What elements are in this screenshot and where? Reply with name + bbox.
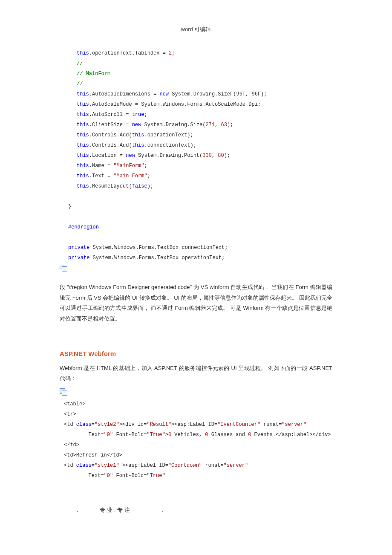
code-token: "server": [282, 422, 306, 428]
code-token: this: [77, 153, 89, 159]
footer-dot: .: [77, 507, 78, 513]
code-token: //: [77, 61, 83, 66]
code-token: new: [159, 91, 169, 97]
code-token: ;: [172, 50, 175, 56]
code-token: this: [77, 91, 89, 97]
code-token: .operationText);: [144, 132, 193, 138]
code-token: "EventCounter": [217, 422, 260, 428]
code-token: ,: [215, 122, 221, 128]
code-token: ;: [144, 163, 147, 169]
page-footer: .专业.专注.: [60, 506, 332, 514]
heading-aspnet-webform: ASP.NET Webform: [60, 350, 332, 357]
code-block-aspnet: <table> <tr> <td class="style2"><div id=…: [64, 399, 332, 481]
code-token: this: [77, 142, 89, 148]
code-token: #endregion: [68, 224, 99, 230]
code-token: <tr>: [64, 411, 76, 417]
code-token: Glasses and: [208, 432, 248, 438]
code-token: 271: [205, 122, 215, 128]
code-token: .AutoScaleMode = System.Windows.Forms.Au…: [89, 101, 261, 107]
code-token: <td: [64, 462, 76, 468]
code-token: this: [77, 112, 89, 118]
code-token: Text=: [64, 473, 104, 479]
code-token: "True": [147, 432, 165, 438]
code-token: =: [92, 422, 95, 428]
code-token: .operationText.TabIndex =: [89, 50, 169, 56]
code-token: .Location =: [89, 153, 126, 159]
code-token: <td: [64, 422, 76, 428]
code-token: "Main Form": [113, 173, 147, 179]
code-token: 80: [218, 153, 224, 159]
code-token: </td>: [64, 442, 79, 448]
code-token: );: [147, 183, 153, 189]
footer-text: 专业.专注: [100, 507, 132, 513]
code-token: System.Drawing.Size(: [141, 122, 205, 128]
code-token: System.Windows.Forms.TextBox operationTe…: [89, 255, 225, 261]
footer-dot: .: [161, 507, 163, 513]
code-token: this: [77, 101, 89, 107]
code-token: this: [77, 173, 89, 179]
code-token: }: [68, 204, 71, 210]
code-token: ><asp:Label ID=: [171, 422, 217, 428]
code-token: runat=: [260, 422, 282, 428]
code-token: "0": [104, 473, 113, 479]
code-token: );: [224, 153, 230, 159]
code-token: System.Windows.Forms.TextBox connectionT…: [89, 245, 228, 251]
code-token: this: [77, 132, 89, 138]
code-token: this: [77, 183, 89, 189]
code-token: false: [132, 183, 147, 189]
code-token: "style1": [95, 462, 119, 468]
paragraph-winform: 段 "#region Windows Form Designer generat…: [60, 282, 332, 324]
code-token: 0: [168, 432, 171, 438]
page-header: .word 可编辑.: [60, 26, 332, 36]
code-token: ;: [147, 173, 150, 179]
code-token: Font-Bold=: [113, 473, 147, 479]
code-token: class: [76, 462, 92, 468]
code-token: true: [132, 112, 144, 118]
code-token: .AutoScroll =: [89, 112, 132, 118]
code-token: 63: [221, 122, 227, 128]
code-token: >: [165, 432, 168, 438]
code-token: ><div id=: [119, 422, 147, 428]
code-token: .ClientSize =: [89, 122, 132, 128]
paragraph-webform-intro: Webform 是在 HTML 的基础上，加入 ASP.NET 的服务端控件元素…: [60, 363, 332, 384]
code-token: ,: [212, 153, 218, 159]
copy-icon[interactable]: [60, 388, 67, 395]
code-token: "0": [104, 432, 113, 438]
code-token: Events.</asp:Label></div>: [251, 432, 331, 438]
code-token: "server": [224, 462, 248, 468]
code-token: "True": [147, 473, 165, 479]
code-token: .ResumeLayout(: [89, 183, 132, 189]
code-token: private: [68, 255, 89, 261]
code-token: .Controls.Add(: [89, 132, 132, 138]
code-token: this: [132, 142, 144, 148]
code-token: 330: [202, 153, 212, 159]
code-token: .AutoScaleDimensions =: [89, 91, 160, 97]
code-token: Font-Bold=: [113, 432, 147, 438]
code-token: ><asp:Label ID=: [119, 462, 168, 468]
code-token: .Controls.Add(: [89, 142, 132, 148]
code-token: this: [132, 132, 144, 138]
copy-icon[interactable]: [60, 265, 67, 272]
code-token: "style2": [95, 422, 119, 428]
code-token: .Text =: [89, 173, 114, 179]
code-token: // MainForm: [77, 71, 110, 77]
document-page: .word 可编辑. this.operationText.TabIndex =…: [0, 0, 392, 531]
code-token: runat=: [202, 462, 223, 468]
code-token: 0: [205, 432, 208, 438]
code-token: new: [126, 153, 135, 159]
code-token: .Name =: [89, 163, 114, 169]
code-token: Vehicles,: [171, 432, 205, 438]
code-token: private: [68, 245, 89, 251]
code-token: System.Drawing.Point(: [135, 153, 202, 159]
code-token: "MainForm": [113, 163, 144, 169]
code-token: "Countdown": [168, 462, 202, 468]
code-token: .connectionText);: [144, 142, 196, 148]
code-token: class: [76, 422, 92, 428]
code-token: this: [77, 122, 89, 128]
code-token: "Result": [147, 422, 171, 428]
code-token: //: [77, 81, 83, 87]
code-token: <table>: [64, 401, 85, 407]
code-token: );: [227, 122, 233, 128]
code-block-csharp: this.operationText.TabIndex = 2; // // M…: [77, 48, 332, 191]
code-token: new: [132, 122, 141, 128]
